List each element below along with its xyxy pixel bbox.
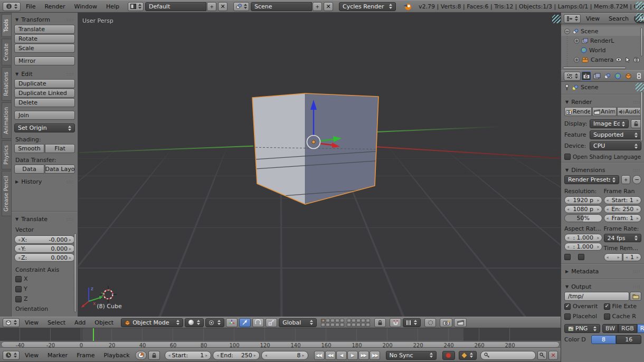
delete-scene-button[interactable]: ✕ (324, 2, 333, 11)
menu-file[interactable]: File (22, 3, 39, 10)
join-button[interactable]: Join (14, 111, 75, 120)
panel-header-dimensions[interactable]: ▼Dimensions∷∷ (564, 165, 641, 175)
visibility-eye-icon[interactable] (615, 57, 622, 62)
viewport-area[interactable]: User Persp z y x (8) Cube ToolsCreateRel… (0, 13, 561, 328)
panel-header-edit[interactable]: ▼Edit∷∷ (14, 69, 75, 79)
outliner-horizontal-scrollbar[interactable] (563, 66, 626, 69)
display-mode-select[interactable]: Image Ed (590, 119, 629, 128)
snap-element-select[interactable] (403, 318, 421, 327)
menu-search[interactable]: Search (605, 15, 632, 22)
time-remap-new-field[interactable]: ◂1▸ (623, 253, 641, 261)
outliner-item-scene[interactable]: − Scene (561, 26, 644, 36)
timeline-ruler[interactable]: -40-200204060801001201401601802002202402… (0, 341, 561, 348)
3d-cursor[interactable] (99, 285, 118, 304)
layer-cell[interactable] (335, 319, 339, 322)
selectability-cursor-icon[interactable] (625, 57, 630, 63)
previous-keyframe-button[interactable]: ◀◀ (325, 351, 336, 360)
manipulator-rotate-button[interactable] (252, 318, 264, 327)
resolution-y-field[interactable]: ◂1080 p▸ (564, 205, 602, 213)
layer-cell[interactable] (326, 319, 330, 322)
set-origin-dropdown[interactable]: Set Origin (14, 123, 75, 132)
editor-type-button-timeline[interactable] (3, 351, 20, 360)
border-checkbox[interactable] (564, 254, 571, 260)
layer-cell[interactable] (321, 319, 325, 322)
menu-render[interactable]: Render (41, 3, 69, 10)
pin-icon[interactable] (564, 84, 570, 91)
scene-browse-button[interactable] (233, 2, 249, 11)
menu-window[interactable]: Window (71, 3, 101, 10)
layer-cell[interactable] (356, 319, 361, 322)
frame-step-field[interactable]: ◂Fram: 1▸ (604, 214, 642, 222)
mode-select[interactable]: Object Mode (121, 318, 183, 327)
viewport-shading-select[interactable] (185, 318, 204, 327)
expand-icon[interactable]: + (574, 57, 580, 63)
properties-scrollbar[interactable] (640, 91, 643, 141)
collapse-icon[interactable]: − (564, 28, 570, 34)
outliner-item-renderlayers[interactable]: + RenderL (561, 36, 644, 45)
tool-tab-animation[interactable]: Animation (2, 102, 11, 139)
expand-icon[interactable]: + (574, 38, 580, 44)
constraint-x-checkbox[interactable] (15, 276, 22, 282)
menu-view[interactable]: View (21, 319, 42, 326)
keying-set-type-select[interactable] (459, 351, 477, 360)
scene-name-field[interactable]: Scene (251, 2, 312, 11)
layer-cell[interactable] (352, 319, 356, 322)
timeline-scrollbar[interactable]: -40-200204060801001201401601802002202402… (1, 341, 560, 348)
translate-button[interactable]: Translate (14, 25, 75, 34)
render-engine-select[interactable]: Cycles Render (339, 2, 396, 11)
editor-type-button-info[interactable]: i (3, 2, 21, 11)
crop-checkbox[interactable] (578, 254, 584, 260)
tool-tab-relations[interactable]: Relations (2, 67, 11, 101)
rotate-button[interactable]: Rotate (14, 34, 75, 43)
panel-header-history[interactable]: ▶History∷∷ (14, 177, 75, 187)
data-transfer-data-button[interactable]: Data (14, 165, 44, 174)
screen-layout-name-field[interactable]: Default (145, 2, 206, 11)
menu-select[interactable]: Select (44, 319, 69, 326)
opengl-render-animation-button[interactable] (454, 318, 467, 327)
menu-help[interactable]: Help (102, 3, 123, 10)
browse-output-path-button[interactable] (630, 292, 641, 301)
insert-keyframe-button[interactable] (537, 351, 547, 360)
depth-8-toggle[interactable]: 8 (591, 335, 617, 344)
preview-range-button[interactable] (135, 351, 147, 360)
layer-cell[interactable] (321, 323, 325, 327)
manipulator-translate-button[interactable] (239, 318, 251, 327)
remove-preset-button[interactable]: − (632, 175, 641, 184)
render-presets-select[interactable]: Render Presets (564, 175, 619, 184)
delete-layout-button[interactable]: ✕ (218, 2, 228, 11)
menu-add[interactable]: Add (71, 319, 89, 326)
transform-orientation-select[interactable]: Global (279, 318, 317, 327)
outliner-item-camera[interactable]: + Camera (561, 55, 644, 64)
menu-marker[interactable]: Marker (44, 352, 71, 359)
tool-tab-tools[interactable]: Tools (2, 14, 11, 37)
tab-render-layers[interactable] (592, 71, 602, 81)
renderability-camera-icon[interactable] (633, 57, 640, 62)
layer-cell[interactable] (340, 323, 344, 327)
tool-tab-physics[interactable]: Physics (2, 140, 11, 169)
data-transfer-layout-button[interactable]: Data Layo (45, 165, 75, 174)
constraint-y-checkbox[interactable] (15, 286, 22, 292)
output-path-field[interactable]: /tmp/ (564, 292, 629, 301)
layer-cell[interactable] (330, 319, 335, 322)
editor-type-button-properties[interactable] (564, 72, 581, 81)
frame-start-field[interactable]: ◂Start:1▸ (165, 351, 212, 360)
frame-rate-select[interactable]: 24 fps (604, 234, 642, 242)
timeline-track[interactable] (0, 328, 561, 341)
menu-view[interactable]: View (582, 15, 603, 22)
jump-to-start-button[interactable]: ◀◀| (314, 351, 325, 360)
menu-view[interactable]: View (21, 352, 42, 359)
aspect-x-field[interactable]: ◂: 1.000▸ (564, 234, 602, 242)
frame-end-field[interactable]: ◂En: 250▸ (604, 205, 642, 213)
layer-cell[interactable] (330, 323, 335, 327)
layer-cell[interactable] (347, 323, 351, 327)
outliner-item-world[interactable]: World (561, 45, 644, 55)
layer-cell[interactable] (366, 323, 370, 327)
menu-object[interactable]: Object (91, 319, 117, 326)
render-still-button[interactable]: Rende (564, 107, 592, 116)
vector-x-field[interactable]: ◂X:-0.000▸ (14, 235, 75, 244)
play-button[interactable]: ▶ (347, 351, 358, 360)
tool-shelf-scrollbar[interactable] (74, 233, 77, 312)
active-keying-set-field[interactable] (480, 351, 536, 360)
tab-render[interactable] (581, 71, 591, 81)
next-keyframe-button[interactable]: ▶▶ (358, 351, 369, 360)
